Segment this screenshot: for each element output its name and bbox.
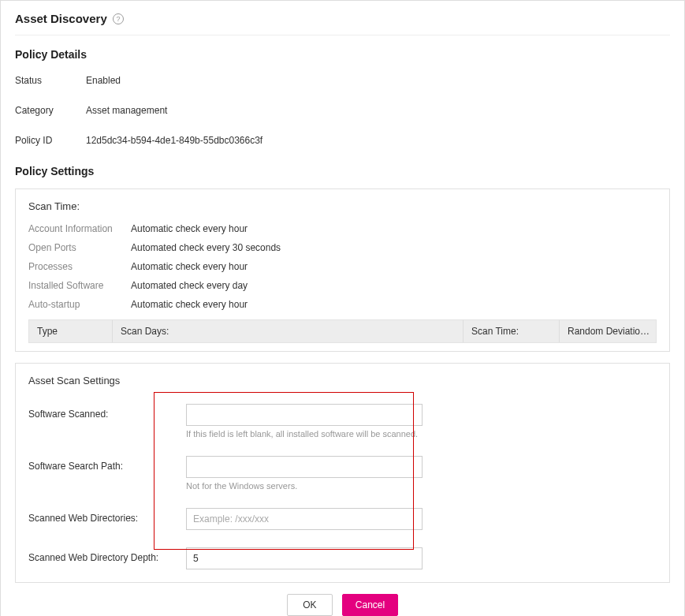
software-scanned-label: Software Scanned: — [28, 404, 186, 420]
column-scan-days: Scan Days: — [113, 320, 463, 342]
category-value: Asset management — [86, 105, 167, 116]
scan-time-row-label: Auto-startup — [28, 299, 131, 310]
cancel-button[interactable]: Cancel — [342, 594, 398, 616]
help-icon[interactable]: ? — [112, 13, 125, 25]
status-value: Enabled — [86, 75, 121, 86]
category-label: Category — [15, 105, 86, 116]
software-scanned-input[interactable] — [186, 404, 423, 426]
column-random-deviation: Random Deviatio… — [560, 320, 656, 342]
scanned-web-dirs-input[interactable] — [186, 508, 423, 530]
scan-time-row-value: Automated check every day — [131, 280, 248, 291]
scan-time-row-value: Automatic check every hour — [131, 261, 248, 272]
policy-settings-heading: Policy Settings — [15, 165, 670, 177]
scan-time-row-label: Processes — [28, 261, 131, 272]
policy-details-section: Policy Details Status Enabled Category A… — [15, 48, 670, 146]
software-search-path-label: Software Search Path: — [28, 456, 186, 472]
scanned-web-depth-label: Scanned Web Directory Depth: — [28, 547, 186, 563]
separator — [15, 35, 670, 35]
scan-time-row-label: Account Information — [28, 223, 131, 234]
policy-details-heading: Policy Details — [15, 48, 670, 61]
page-title: Asset Discovery — [15, 12, 107, 25]
asset-scan-title: Asset Scan Settings — [28, 375, 657, 386]
scan-time-row-label: Open Ports — [28, 242, 131, 253]
column-type: Type — [29, 320, 113, 342]
software-scanned-hint: If this field is left blank, all install… — [186, 429, 423, 439]
scanned-web-dirs-label: Scanned Web Directories: — [28, 508, 186, 524]
asset-scan-settings-box: Asset Scan Settings Software Scanned: If… — [15, 363, 670, 583]
column-scan-time: Scan Time: — [463, 320, 560, 342]
scan-time-row-label: Installed Software — [28, 280, 131, 291]
svg-text:?: ? — [116, 15, 120, 23]
policy-id-label: Policy ID — [15, 135, 86, 146]
scan-time-title: Scan Time: — [28, 200, 657, 212]
scan-time-row-value: Automated check every 30 seconds — [131, 242, 281, 253]
software-search-path-input[interactable] — [186, 456, 423, 478]
scan-time-row-value: Automatic check every hour — [131, 299, 248, 310]
scan-time-row-value: Automatic check every hour — [131, 223, 248, 234]
ok-button[interactable]: OK — [287, 594, 333, 616]
scan-time-box: Scan Time: Account Information Automatic… — [15, 189, 670, 352]
status-label: Status — [15, 75, 86, 86]
scanned-web-depth-input[interactable] — [186, 547, 423, 569]
policy-id-value: 12d5dc34-b594-4de1-849b-55dbc0366c3f — [86, 135, 262, 146]
software-search-path-hint: Not for the Windows servers. — [186, 481, 423, 491]
scan-time-table-header: Type Scan Days: Scan Time: Random Deviat… — [28, 319, 657, 343]
